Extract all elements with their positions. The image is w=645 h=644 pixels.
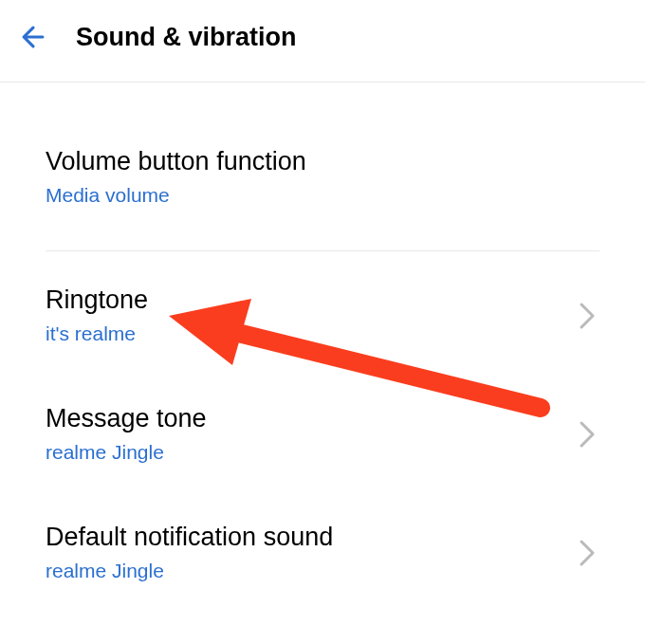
setting-default-notification[interactable]: Default notification sound realme Jingle [46, 506, 599, 599]
setting-value: it's realme [46, 322, 148, 345]
setting-volume-button-function[interactable]: Volume button function Media volume [46, 130, 599, 224]
setting-title: Default notification sound [46, 523, 333, 552]
setting-value: realme Jingle [46, 441, 207, 464]
back-button[interactable] [17, 21, 49, 53]
setting-value: realme Jingle [46, 560, 333, 582]
chevron-right-icon [579, 420, 599, 449]
header: Sound & vibration [0, 0, 645, 74]
setting-message-tone[interactable]: Message tone realme Jingle [46, 387, 599, 481]
chevron-right-icon [579, 302, 599, 330]
chevron-right-icon [579, 539, 599, 567]
setting-ringtone[interactable]: Ringtone it's realme [46, 268, 599, 362]
setting-title: Message tone [46, 404, 207, 433]
setting-title: Volume button function [46, 147, 306, 176]
arrow-left-icon [17, 21, 49, 53]
setting-title: Ringtone [46, 285, 148, 315]
content-area: Volume button function Media volume Ring… [0, 83, 645, 599]
setting-value: Media volume [46, 184, 306, 207]
page-title: Sound & vibration [76, 23, 297, 52]
section-divider [46, 250, 599, 251]
